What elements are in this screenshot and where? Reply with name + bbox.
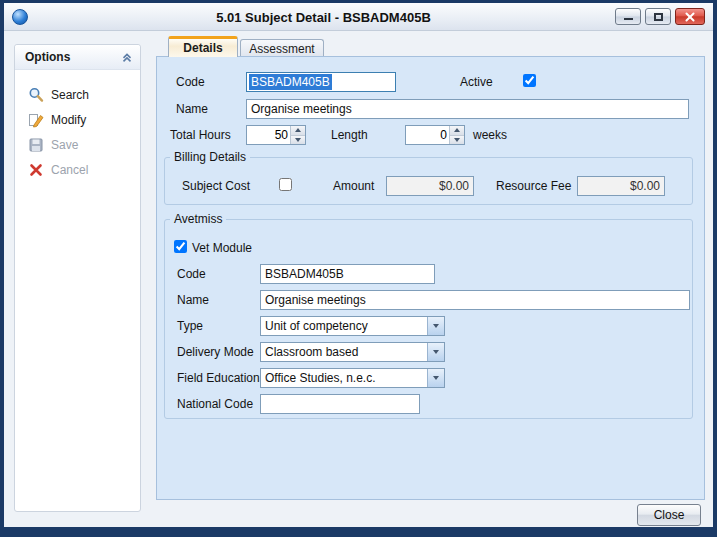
type-dropdown[interactable]: Unit of competency — [260, 316, 445, 336]
length-label: Length — [331, 128, 368, 142]
close-button[interactable]: Close — [637, 504, 701, 526]
field-education-selected-value: Office Studies, n.e.c. — [261, 369, 427, 387]
length-input[interactable] — [406, 126, 449, 144]
sidebar-item-label: Modify — [51, 113, 86, 127]
field-education-label: Field Education — [177, 371, 260, 385]
spin-down-button[interactable] — [291, 136, 305, 145]
options-panel: Options Search — [14, 44, 141, 512]
avetmiss-name-label: Name — [177, 293, 209, 307]
sidebar-item-label: Save — [51, 138, 78, 152]
code-selected-text: BSBADM405B — [249, 74, 332, 90]
options-collapse-button[interactable] — [119, 49, 135, 65]
sidebar-item-search[interactable]: Search — [15, 82, 140, 107]
chevron-down-icon — [433, 324, 439, 328]
minimize-button[interactable] — [615, 8, 641, 25]
billing-details-title: Billing Details — [170, 150, 250, 164]
sidebar-item-save[interactable]: Save — [15, 132, 140, 157]
options-item-list: Search Modify — [15, 70, 140, 182]
window-title: 5.01 Subject Detail - BSBADM405B — [44, 3, 603, 31]
dropdown-arrow-button[interactable] — [427, 343, 444, 361]
billing-details-group: Billing Details Subject Cost Amount Reso… — [164, 157, 693, 205]
resource-fee-input — [577, 176, 665, 196]
active-checkbox[interactable] — [523, 74, 536, 87]
total-hours-input[interactable] — [247, 126, 290, 144]
maximize-icon — [654, 13, 663, 21]
subject-cost-checkbox[interactable] — [279, 178, 292, 191]
dropdown-arrow-button[interactable] — [427, 369, 444, 387]
tab-assessment[interactable]: Assessment — [240, 39, 324, 57]
spin-up-button[interactable] — [450, 126, 464, 136]
total-hours-stepper — [246, 125, 306, 145]
sidebar-item-label: Search — [51, 88, 89, 102]
code-label: Code — [176, 75, 205, 89]
field-education-dropdown[interactable]: Office Studies, n.e.c. — [260, 368, 445, 388]
resource-fee-label: Resource Fee — [496, 179, 571, 193]
spin-up-button[interactable] — [291, 126, 305, 136]
vet-module-label: Vet Module — [192, 241, 252, 255]
subject-detail-window: 5.01 Subject Detail - BSBADM405B Options — [0, 0, 717, 537]
app-icon — [12, 9, 28, 25]
double-chevron-up-icon — [120, 50, 134, 64]
avetmiss-title: Avetmiss — [170, 212, 226, 226]
type-selected-value: Unit of competency — [261, 317, 427, 335]
weeks-suffix-label: weeks — [473, 128, 507, 142]
amount-label: Amount — [333, 179, 374, 193]
avetmiss-code-label: Code — [177, 267, 206, 281]
minimize-icon — [624, 18, 633, 20]
options-panel-title: Options — [25, 50, 119, 64]
active-label: Active — [460, 75, 493, 89]
avetmiss-name-input[interactable] — [260, 290, 690, 310]
total-hours-spin-buttons — [290, 126, 305, 144]
amount-input — [386, 176, 474, 196]
sidebar-item-label: Cancel — [51, 163, 88, 177]
name-label: Name — [176, 102, 208, 116]
arrow-down-icon — [454, 138, 460, 142]
options-panel-header: Options — [15, 45, 140, 70]
details-panel: Code BSBADM405B Active Name Total Hours … — [156, 56, 705, 500]
delivery-mode-label: Delivery Mode — [177, 345, 254, 359]
type-label: Type — [177, 319, 203, 333]
maximize-button[interactable] — [645, 8, 671, 25]
avetmiss-code-input[interactable] — [260, 264, 435, 284]
avetmiss-group: Avetmiss Vet Module Code Name Type Unit … — [164, 219, 693, 419]
arrow-up-icon — [295, 128, 301, 132]
arrow-down-icon — [295, 138, 301, 142]
window-controls — [615, 8, 705, 25]
titlebar: 5.01 Subject Detail - BSBADM405B — [4, 3, 713, 31]
close-window-button[interactable] — [675, 8, 705, 25]
chevron-down-icon — [433, 376, 439, 380]
delivery-mode-selected-value: Classroom based — [261, 343, 427, 361]
vet-module-checkbox[interactable] — [174, 240, 187, 253]
subject-cost-label: Subject Cost — [182, 179, 250, 193]
arrow-up-icon — [454, 128, 460, 132]
name-input[interactable] — [246, 99, 689, 119]
chevron-down-icon — [433, 350, 439, 354]
tab-details[interactable]: Details — [168, 36, 238, 57]
sidebar-item-cancel[interactable]: Cancel — [15, 157, 140, 182]
delivery-mode-dropdown[interactable]: Classroom based — [260, 342, 445, 362]
pencil-icon — [28, 112, 44, 128]
cancel-x-icon — [28, 162, 44, 178]
length-spin-buttons — [449, 126, 464, 144]
save-icon — [28, 137, 44, 153]
search-icon — [28, 87, 44, 103]
national-code-label: National Code — [177, 397, 253, 411]
spin-down-button[interactable] — [450, 136, 464, 145]
close-icon — [685, 12, 695, 22]
sidebar-item-modify[interactable]: Modify — [15, 107, 140, 132]
dropdown-arrow-button[interactable] — [427, 317, 444, 335]
length-stepper — [405, 125, 465, 145]
total-hours-label: Total Hours — [170, 128, 231, 142]
code-input[interactable]: BSBADM405B — [246, 72, 396, 92]
national-code-input[interactable] — [260, 394, 420, 414]
client-area: Options Search — [4, 31, 713, 527]
